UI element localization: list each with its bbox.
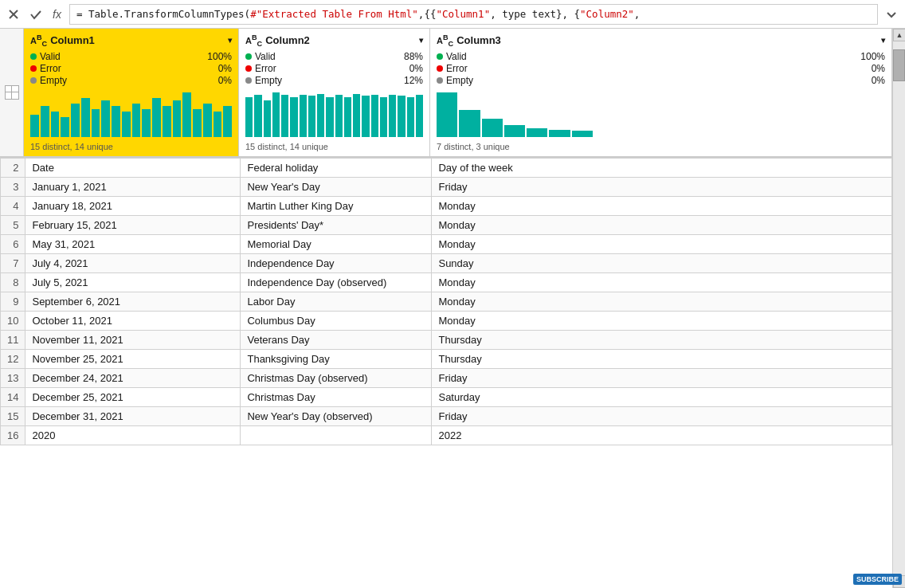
scrollbar-thumb[interactable] [893,49,905,81]
cell-holiday: Christmas Day (observed) [241,368,432,387]
table-row: 14 December 25, 2021 Christmas Day Satur… [1,387,892,406]
col1-hist-footer: 15 distinct, 14 unique [30,142,232,151]
empty-label: Empty [255,75,391,86]
cell-holiday: Columbus Day [241,311,432,330]
scroll-up-button[interactable]: ▲ [893,29,905,41]
col1-name: Column1 [50,34,95,46]
histogram-bar [290,97,297,136]
formula-input[interactable]: = Table.TransformColumnTypes(#"Extracted… [69,4,878,25]
histogram-bar [92,109,100,137]
main-area: ABC Column1 ▾ Valid 100% Error 0% Empty [0,29,905,588]
cell-holiday: Thanksgiving Day [241,349,432,368]
row-number: 6 [1,234,25,253]
col3-type-icon: ABC [437,33,453,48]
col2-name: Column2 [265,34,310,46]
formula-expand-button[interactable] [883,6,900,23]
col1-histogram [30,91,232,139]
cell-date: January 18, 2021 [25,196,241,215]
histogram-bar [81,98,90,137]
row-number: 5 [1,215,25,234]
histogram-bar [371,95,378,137]
valid-label: Valid [40,51,200,62]
col2-type-icon: ABC [245,33,262,48]
histogram-bar [132,104,141,137]
col1-empty-pct: 0% [203,75,232,86]
cell-date: November 11, 2021 [25,330,241,349]
histogram-bar [254,95,261,137]
col1-title: ABC Column1 ▾ [30,33,232,48]
cell-date: December 31, 2021 [25,406,241,425]
table-container: ABC Column1 ▾ Valid 100% Error 0% Empty [0,29,892,588]
row-number: 10 [1,311,25,330]
col3-hist-footer: 7 distinct, 3 unique [437,142,885,151]
valid-dot [245,53,252,60]
col2-valid-stat: Valid 88% [245,51,423,62]
cell-date: May 31, 2021 [25,234,241,253]
col3-dropdown[interactable]: ▾ [881,36,885,45]
confirm-button[interactable] [27,6,45,23]
scrollbar[interactable]: ▲ ▼ SUBSCRIBE [892,29,905,588]
col3-empty-pct: 0% [856,75,885,86]
col1-error-pct: 0% [203,63,232,74]
cancel-button[interactable] [5,6,22,23]
row-number: 3 [1,177,25,196]
col3-title: ABC Column3 ▾ [437,33,885,48]
cell-day: Sunday [432,253,892,272]
histogram-bar [163,106,171,137]
cell-date: October 11, 2021 [25,311,241,330]
cell-holiday: New Year's Day [241,177,432,196]
row-number: 14 [1,387,25,406]
valid-dot [30,53,37,60]
row-number: 12 [1,349,25,368]
subscribe-badge[interactable]: SUBSCRIBE [853,574,902,585]
histogram-bar [281,95,288,137]
cell-holiday: Martin Luther King Day [241,196,432,215]
row-number: 13 [1,368,25,387]
histogram-bar [317,94,324,137]
cell-day: Monday [432,215,892,234]
col2-title: ABC Column2 ▾ [245,33,423,48]
cell-holiday: Veterans Day [241,330,432,349]
cell-day: Friday [432,177,892,196]
formula-text: = Table.TransformColumnTypes(#"Extracted… [76,8,871,20]
error-dot [30,65,37,72]
cell-day: Monday [432,234,892,253]
col1-dropdown[interactable]: ▾ [228,36,232,45]
col1-valid-stat: Valid 100% [30,51,232,62]
col2-empty-pct: 12% [394,75,423,86]
col2-error-stat: Error 0% [245,63,423,74]
cell-holiday: Labor Day [241,292,432,311]
table-row: 10 October 11, 2021 Columbus Day Monday [1,311,892,330]
scrollbar-track[interactable] [893,41,905,575]
empty-dot [245,77,252,84]
column1-header: ABC Column1 ▾ Valid 100% Error 0% Empty [24,29,239,157]
col2-histogram [245,91,423,139]
histogram-bar [335,95,343,137]
col2-dropdown[interactable]: ▾ [419,36,423,45]
cell-day: Day of the week [432,158,892,177]
cell-day: Friday [432,368,892,387]
col3-error-pct: 0% [856,63,885,74]
col3-error-stat: Error 0% [437,63,885,74]
histogram-bar [30,115,39,137]
column2-header: ABC Column2 ▾ Valid 88% Error 0% Empty [239,29,430,157]
cell-holiday: New Year's Day (observed) [241,406,432,425]
grid-icon[interactable] [5,85,19,100]
table-row: 5 February 15, 2021 Presidents' Day* Mon… [1,215,892,234]
histogram-bar [527,128,547,137]
col2-empty-stat: Empty 12% [245,75,423,86]
data-table: 2 Date Federal holiday Day of the week 3… [0,158,892,445]
cell-date: September 6, 2021 [25,292,241,311]
row-number: 9 [1,292,25,311]
histogram-bar [122,112,131,137]
histogram-bar [380,97,387,136]
cell-date: December 25, 2021 [25,387,241,406]
cell-holiday: Federal holiday [241,158,432,177]
table-row: 8 July 5, 2021 Independence Day (observe… [1,272,892,292]
cell-holiday: Memorial Day [241,234,432,253]
histogram-bar [407,97,414,136]
col3-valid-stat: Valid 100% [437,51,885,62]
valid-label: Valid [255,51,391,62]
histogram-bar [214,112,222,137]
col2-valid-pct: 88% [394,51,423,62]
